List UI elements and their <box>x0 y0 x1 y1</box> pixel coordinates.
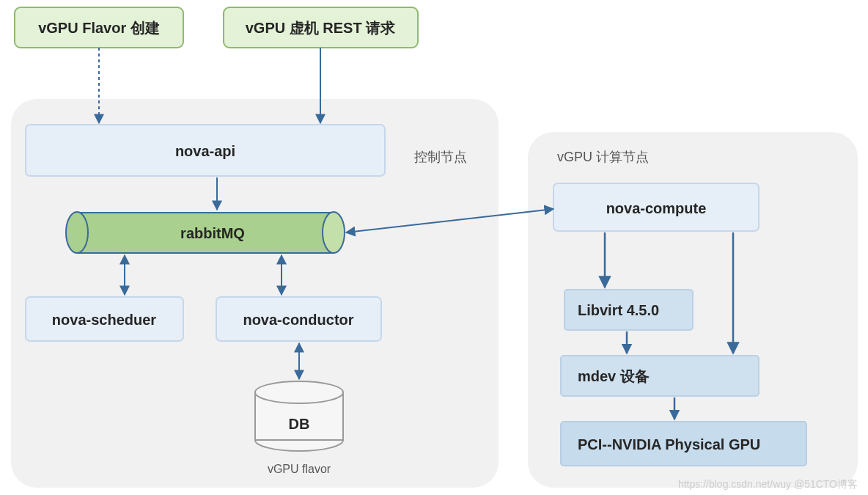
label-pci-gpu: PCI--NVIDIA Physical GPU <box>578 436 760 452</box>
node-mdev: mdev 设备 <box>561 356 759 396</box>
label-db-caption: vGPU flavor <box>268 463 331 475</box>
svg-point-13 <box>255 381 343 403</box>
svg-point-6 <box>66 212 88 253</box>
label-vgpu-flavor-create: vGPU Flavor 创建 <box>38 20 160 36</box>
node-nova-api: nova-api <box>26 125 385 176</box>
label-control-node-title: 控制节点 <box>414 150 467 164</box>
svg-point-7 <box>323 212 345 253</box>
node-rabbitmq: rabbitMQ <box>66 212 345 253</box>
label-nova-compute: nova-compute <box>606 200 707 216</box>
label-vgpu-rest-request: vGPU 虚机 REST 请求 <box>246 20 396 36</box>
label-rabbitmq: rabbitMQ <box>180 225 245 241</box>
label-nova-conductor: nova-conductor <box>243 312 353 328</box>
node-nova-conductor: nova-conductor <box>216 297 381 341</box>
node-nova-compute: nova-compute <box>553 183 759 231</box>
label-nova-scheduler: nova-scheduer <box>52 312 156 328</box>
label-libvirt: Libvirt 4.5.0 <box>578 302 659 318</box>
node-pci-gpu: PCI--NVIDIA Physical GPU <box>561 422 806 466</box>
label-mdev: mdev 设备 <box>578 368 650 384</box>
watermark-text: https://blog.csdn.net/wuy @51CTO博客 <box>678 478 858 490</box>
node-libvirt: Libvirt 4.5.0 <box>564 290 693 330</box>
label-compute-node-title: vGPU 计算节点 <box>557 150 649 164</box>
node-db: DB <box>255 381 343 451</box>
label-db: DB <box>289 416 310 432</box>
label-nova-api: nova-api <box>175 143 235 159</box>
node-vgpu-rest-request: vGPU 虚机 REST 请求 <box>224 7 418 48</box>
node-nova-scheduler: nova-scheduer <box>26 297 183 341</box>
node-vgpu-flavor-create: vGPU Flavor 创建 <box>15 7 183 48</box>
